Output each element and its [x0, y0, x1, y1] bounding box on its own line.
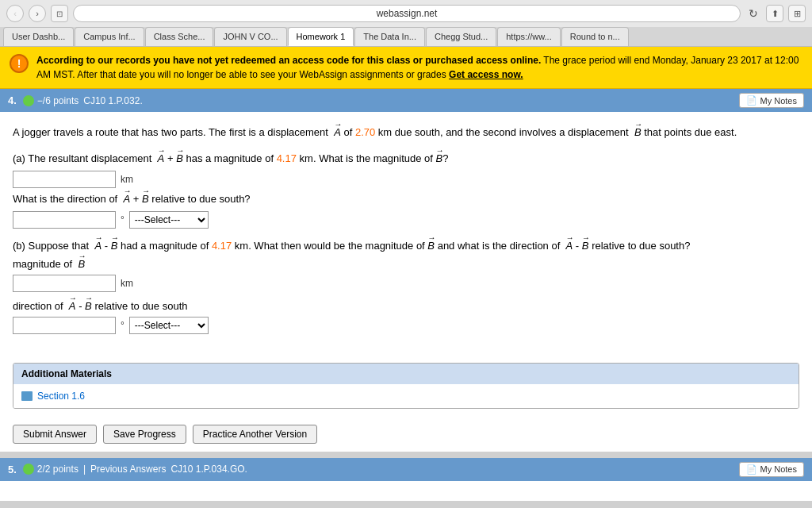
back-button[interactable]: ‹ [6, 5, 24, 22]
question5-my-notes-button[interactable]: 📄 My Notes [739, 462, 804, 477]
part-a-direction-row: ° ---Select--- east of south west of sou… [13, 211, 799, 229]
vec-b-intro: B→ [631, 121, 641, 141]
part-a-deg: ° [121, 214, 124, 225]
tab-chegg[interactable]: Chegg Stud... [426, 27, 496, 46]
question5-points: 2/2 points [37, 464, 79, 475]
tab-class-sche[interactable]: Class Sche... [145, 27, 214, 46]
my-notes-button[interactable]: 📄 My Notes [739, 93, 804, 108]
part-a-dir-vec-b: B→ [142, 193, 149, 205]
tab-bar: User Dashb... Campus Inf... Class Sche..… [0, 27, 812, 46]
part-a-label: (a) The resultant displacement A→ + B→ h… [13, 152, 799, 164]
question5-header: 5. 2/2 points | Previous Answers CJ10 1.… [0, 458, 812, 481]
part-a-value: 4.17 [277, 152, 297, 164]
tab-https[interactable]: https://ww... [497, 27, 560, 46]
window-button[interactable]: ⊡ [51, 5, 68, 22]
tab-john-v-co[interactable]: JOHN V CO... [214, 27, 286, 46]
value-a: 2.70 [355, 126, 375, 138]
part-a-magnitude-input[interactable] [13, 171, 116, 188]
part-b-value: 4.17 [212, 240, 232, 252]
notes-icon: 📄 [746, 95, 757, 106]
part-a-dir-vec-a: A→ [121, 193, 130, 205]
part-b-vec-b2: B→ [427, 240, 435, 252]
page-content: ! According to our records you have not … [0, 47, 812, 501]
part-a-direction-input[interactable] [13, 211, 116, 229]
question4-intro: A jogger travels a route that has two pa… [13, 121, 799, 141]
part-b-direction-row: ° ---Select--- east of south west of sou… [13, 317, 799, 334]
warning-banner: ! According to our records you have not … [0, 47, 812, 89]
part-b-mag-vec-b: B→ [75, 258, 85, 270]
section-1-6-label: Section 1.6 [37, 391, 85, 402]
forward-button[interactable]: › [29, 5, 46, 22]
section-1-6-link[interactable]: Section 1.6 [21, 391, 791, 402]
part-a-km-unit: km [121, 174, 133, 185]
points-circle-icon [23, 95, 34, 106]
reload-button[interactable]: ↻ [745, 6, 761, 21]
part-a-vec-b2: B→ [436, 152, 443, 164]
part-b-mag-label: magnitude of B→ [13, 258, 799, 270]
part-b-dir-vec-a: A→ [66, 300, 75, 312]
part-b-deg: ° [121, 320, 124, 331]
tab-round[interactable]: Round to n... [561, 27, 629, 46]
part-b-magnitude-input[interactable] [13, 275, 116, 292]
part-a-section: (a) The resultant displacement A→ + B→ h… [13, 152, 799, 229]
tab-homework-1[interactable]: Homework 1 [288, 27, 354, 46]
part-a-direction-select[interactable]: ---Select--- east of south west of south… [129, 211, 209, 229]
share-button[interactable]: ⬆ [766, 5, 783, 22]
q5-notes-icon: 📄 [746, 464, 757, 475]
question5-prev-answers: Previous Answers [90, 464, 166, 475]
part-b-section: (b) Suppose that A→ - B→ had a magnitude… [13, 240, 799, 334]
get-access-link[interactable]: Get access now. [449, 69, 523, 80]
warning-bold: According to our records you have not ye… [36, 55, 541, 66]
part-a-magnitude-row: km [13, 171, 799, 188]
part-b-label: (b) Suppose that A→ - B→ had a magnitude… [13, 240, 799, 252]
warning-text: According to our records you have not ye… [36, 53, 802, 82]
tab-data-in[interactable]: The Data In... [354, 27, 425, 46]
footer-buttons: Submit Answer Save Progress Practice Ano… [0, 417, 812, 452]
additional-materials-header: Additional Materials [13, 364, 799, 384]
question5-number: 5. [8, 464, 17, 475]
book-icon [21, 391, 33, 401]
question5-separator: | [83, 464, 86, 475]
browser-chrome: ‹ › ⊡ webassign.net ↻ ⬆ ⊞ User Dashb... … [0, 0, 812, 47]
browser-toolbar: ‹ › ⊡ webassign.net ↻ ⬆ ⊞ [0, 0, 812, 27]
part-b-vec-b3: B→ [582, 240, 589, 252]
tab-user-dashb[interactable]: User Dashb... [3, 27, 74, 46]
question4-header: 4. −/6 points CJ10 1.P.032. 📄 My Notes [0, 89, 812, 112]
submit-answer-button[interactable]: Submit Answer [13, 425, 97, 444]
practice-another-button[interactable]: Practice Another Version [193, 425, 317, 444]
part-b-vec-a2: A→ [563, 240, 573, 252]
part-b-dir-vec-b: B→ [85, 300, 92, 312]
q5-points-circle-icon [23, 464, 34, 475]
question4-id: CJ10 1.P.032. [83, 95, 143, 106]
new-tab-button[interactable]: ⊞ [788, 5, 806, 22]
part-b-km-unit: km [121, 278, 133, 289]
part-b-direction-select[interactable]: ---Select--- east of south west of south… [129, 317, 209, 334]
url-bar[interactable]: webassign.net [73, 5, 741, 22]
part-b-dir-label: direction of A→ - B→ relative to due sou… [13, 300, 799, 312]
additional-materials: Additional Materials Section 1.6 [13, 363, 799, 409]
part-b-direction-input[interactable] [13, 317, 116, 334]
tab-campus-inf[interactable]: Campus Inf... [75, 27, 144, 46]
part-a-vec-b: B→ [176, 152, 183, 164]
additional-materials-body: Section 1.6 [13, 384, 799, 408]
part-b-magnitude-row: km [13, 275, 799, 292]
part-b-vec-b1: B→ [111, 240, 118, 252]
warning-icon: ! [10, 54, 29, 73]
section-separator [0, 452, 812, 458]
part-a-vec-a: A→ [155, 152, 164, 164]
vec-a-intro: A→ [331, 121, 341, 141]
q5-my-notes-label: My Notes [760, 464, 797, 474]
part-a-direction-label: What is the direction of A→ + B→ relativ… [13, 193, 799, 205]
part-b-vec-a: A→ [92, 240, 102, 252]
question4-points: −/6 points [37, 95, 79, 106]
question4-body: A jogger travels a route that has two pa… [0, 112, 812, 355]
question4-number: 4. [8, 94, 17, 106]
my-notes-label: My Notes [760, 96, 797, 106]
save-progress-button[interactable]: Save Progress [103, 425, 186, 444]
question5-id: CJ10 1.P.034.GO. [170, 464, 247, 475]
